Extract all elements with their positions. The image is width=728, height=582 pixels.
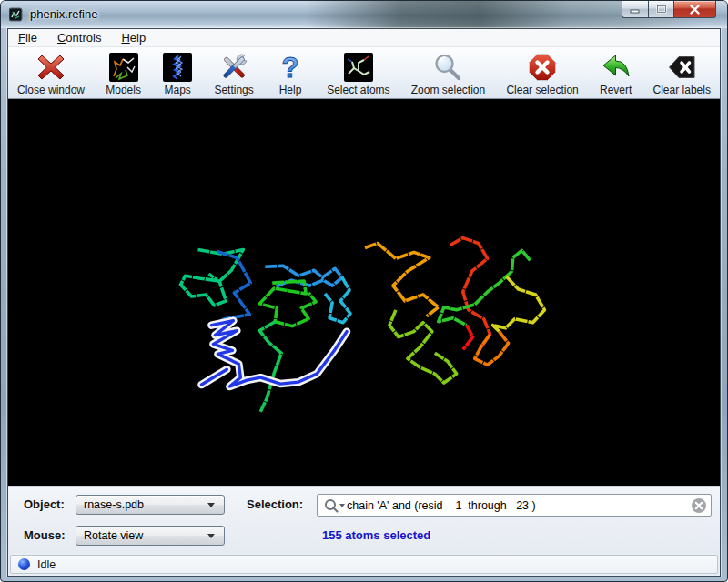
mouse-label: Mouse: [24,528,66,542]
models-icon [108,52,139,83]
trace-yellow-right [493,276,545,331]
help-icon: ? [275,52,306,83]
clear-labels-icon [666,52,697,83]
menu-file[interactable]: File [15,30,41,45]
maximize-button[interactable] [648,1,674,18]
maps-button[interactable]: Maps [160,51,195,97]
minimize-button[interactable] [622,1,648,18]
toolbar: Close window Models [8,47,720,99]
settings-icon [218,52,249,83]
close-button[interactable] [674,1,716,18]
app-icon [9,7,24,22]
window-title: phenix.refine [30,7,97,21]
atoms-selected-text: 155 atoms selected [322,528,430,542]
mouse-combobox-value: Rotate view [84,529,207,542]
zoom-selection-icon [432,52,463,83]
selection-input[interactable] [347,499,691,512]
menu-controls[interactable]: Controls [54,30,105,45]
select-atoms-icon [343,52,374,83]
maps-icon [162,52,193,83]
selection-search-field [317,494,712,517]
statusbar: Idle [8,553,720,576]
revert-icon [601,52,632,83]
status-panel: Idle [10,555,718,574]
control-panel: Object: rnase-s.pdb Mouse: Rotate view S… [8,486,720,553]
clear-labels-button[interactable]: Clear labels [652,51,713,97]
window-content: File Controls Help Close window [7,28,721,577]
status-text: Idle [37,558,56,571]
revert-button[interactable]: Revert [598,51,633,97]
chevron-down-icon [207,503,215,507]
models-button[interactable]: Models [104,51,143,97]
molecule-viewer-canvas[interactable] [8,99,720,486]
status-indicator-icon [18,558,30,570]
trace-red-tip [463,326,473,350]
close-window-button[interactable]: Close window [15,51,86,97]
help-button[interactable]: ? Help [273,51,308,97]
zoom-selection-button[interactable]: Zoom selection [410,51,487,97]
selection-label: Selection: [247,497,303,511]
selection-trace-spur [201,369,227,385]
menubar: File Controls Help [8,29,720,47]
clear-selection-button[interactable]: Clear selection [504,51,580,97]
trace-green-tail [259,322,281,412]
trace-orange-bottom [475,332,509,366]
menu-help[interactable]: Help [117,30,149,45]
clear-search-button[interactable] [691,497,707,514]
search-icon[interactable] [323,497,347,514]
molecule-rendering [8,99,720,486]
close-window-icon [35,52,66,83]
trace-orange-top [365,244,439,316]
object-combobox[interactable]: rnase-s.pdb [76,495,225,515]
svg-text:?: ? [282,52,299,83]
settings-button[interactable]: Settings [212,51,255,97]
object-label: Object: [24,497,65,511]
chevron-down-icon [207,534,215,538]
app-window: phenix.refine File Controls Help [0,0,728,582]
mouse-combobox[interactable]: Rotate view [76,526,225,546]
trace-green-core [259,281,316,326]
clear-selection-icon [527,52,558,83]
object-combobox-value: rnase-s.pdb [84,498,207,511]
titlebar[interactable]: phenix.refine [1,1,727,28]
select-atoms-button[interactable]: Select atoms [325,51,391,97]
window-controls [622,1,716,18]
